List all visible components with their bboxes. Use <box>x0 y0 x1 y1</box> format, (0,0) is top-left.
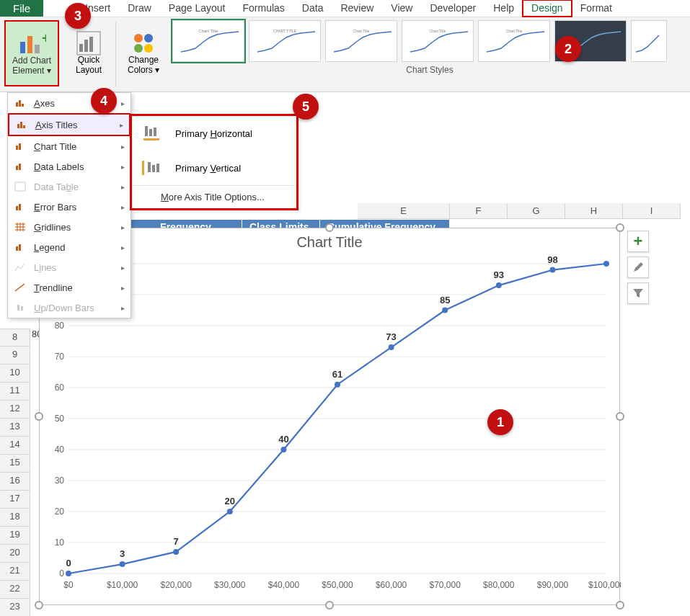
menu-data-labels[interactable]: Data Labels▸ <box>8 156 131 177</box>
callout-4: 4 <box>91 88 117 114</box>
menu-trendline[interactable]: Trendline▸ <box>8 277 131 298</box>
row-header-17[interactable]: 17 <box>0 491 30 509</box>
menu-chart-title[interactable]: Chart Title▸ <box>8 136 131 156</box>
resize-handle[interactable] <box>35 601 43 610</box>
col-header-H[interactable]: H <box>565 203 623 219</box>
add-chart-element-button[interactable]: + Add Chart Element ▾ <box>4 20 59 86</box>
chevron-right-icon: ▸ <box>121 99 125 107</box>
svg-text:93: 93 <box>494 269 504 280</box>
col-header-F[interactable]: F <box>450 203 508 219</box>
row-header-12[interactable]: 12 <box>0 401 30 419</box>
menu-legend[interactable]: Legend▸ <box>8 237 131 257</box>
row-header-11[interactable]: 11 <box>0 383 30 401</box>
submenu-primary-horizontal[interactable]: Primary Horizontal <box>132 116 296 151</box>
svg-text:73: 73 <box>386 331 396 342</box>
svg-rect-22 <box>23 125 25 128</box>
row-header-20[interactable]: 20 <box>0 545 30 563</box>
tab-file[interactable]: File <box>0 0 43 17</box>
svg-point-82 <box>549 267 555 273</box>
svg-rect-28 <box>16 206 18 210</box>
row-header-15[interactable]: 15 <box>0 455 30 473</box>
svg-rect-0 <box>20 42 25 53</box>
resize-handle[interactable] <box>325 601 334 610</box>
resize-handle[interactable] <box>35 412 43 421</box>
resize-handle[interactable] <box>616 412 624 421</box>
add-chart-element-label: Add Chart Element ▾ <box>8 56 56 76</box>
change-colors-button[interactable]: Change Colors ▾ <box>122 20 165 86</box>
svg-rect-2 <box>35 45 40 53</box>
menu-error-bars[interactable]: Error Bars▸ <box>8 197 131 217</box>
svg-text:$0: $0 <box>63 580 74 590</box>
resize-handle[interactable] <box>616 601 624 610</box>
menu-axis-titles[interactable]: Axis Titles▸ <box>8 113 131 136</box>
row-header-8[interactable]: 8 <box>0 329 30 347</box>
svg-point-8 <box>134 34 143 43</box>
chart-filters-button[interactable] <box>627 282 649 304</box>
submenu-primary-vertical-label: Primary Vertical <box>175 163 241 174</box>
tab-view[interactable]: View <box>382 0 421 17</box>
tab-developer[interactable]: Developer <box>421 0 485 17</box>
svg-point-11 <box>144 44 153 53</box>
svg-rect-23 <box>16 146 18 150</box>
submenu-more-options[interactable]: More Axis Title Options... <box>132 186 296 208</box>
svg-rect-35 <box>149 129 152 136</box>
row-header-19[interactable]: 19 <box>0 527 30 545</box>
row-header-10[interactable]: 10 <box>0 365 30 383</box>
tab-formulas[interactable]: Formulas <box>234 0 293 17</box>
svg-point-68 <box>173 549 179 555</box>
chart-style-5[interactable]: Chart Title <box>478 20 550 62</box>
axes-icon <box>14 97 27 109</box>
chart-side-buttons: + <box>627 231 649 304</box>
quick-layout-button[interactable]: Quick Layout <box>68 20 110 86</box>
resize-handle[interactable] <box>325 223 334 232</box>
svg-point-64 <box>66 571 71 576</box>
tab-review[interactable]: Review <box>332 0 382 17</box>
tab-data[interactable]: Data <box>293 0 332 17</box>
chart-styles-group-label: Chart Styles <box>169 62 690 75</box>
submenu-primary-vertical[interactable]: Primary Vertical <box>132 151 296 185</box>
row-header-13[interactable]: 13 <box>0 419 30 437</box>
menu-gridlines[interactable]: Gridlines▸ <box>8 217 131 237</box>
callout-5: 5 <box>293 94 319 120</box>
row-header-22[interactable]: 22 <box>0 581 30 599</box>
col-header-E[interactable]: E <box>358 203 450 219</box>
chart-style-7[interactable] <box>631 20 667 62</box>
tab-help[interactable]: Help <box>485 0 523 17</box>
svg-text:20: 20 <box>55 506 65 517</box>
svg-text:70: 70 <box>55 352 65 362</box>
callout-1: 1 <box>487 409 513 435</box>
svg-point-72 <box>280 447 286 452</box>
row-header-14[interactable]: 14 <box>0 437 30 455</box>
chart-style-4[interactable]: Chart Title <box>402 20 474 62</box>
svg-text:0: 0 <box>59 568 64 579</box>
svg-rect-24 <box>19 143 21 150</box>
row-header-16[interactable]: 16 <box>0 473 30 491</box>
row-header-23[interactable]: 23 <box>0 599 30 616</box>
chart-elements-button[interactable]: + <box>627 231 649 252</box>
svg-text:$30,000: $30,000 <box>214 580 246 590</box>
svg-text:Chart Title: Chart Title <box>506 29 523 33</box>
chart-style-1[interactable]: Chart Title <box>172 20 244 62</box>
tab-design[interactable]: Design <box>523 0 572 17</box>
svg-rect-25 <box>16 166 18 170</box>
data-labels-icon <box>14 161 27 172</box>
tab-page-layout[interactable]: Page Layout <box>160 0 234 17</box>
svg-text:$20,000: $20,000 <box>161 580 193 590</box>
col-header-I[interactable]: I <box>623 203 681 219</box>
row-header-18[interactable]: 18 <box>0 509 30 527</box>
chart-style-3[interactable]: Chart Title <box>325 20 397 62</box>
chart-styles-button[interactable] <box>627 256 649 278</box>
tab-format[interactable]: Format <box>572 0 621 17</box>
chart-styles-gallery[interactable]: Chart Title CHART TITLE Chart Title Char… <box>169 17 690 62</box>
tab-draw[interactable]: Draw <box>119 0 160 17</box>
col-header-G[interactable]: G <box>508 203 565 219</box>
funnel-icon <box>632 287 645 300</box>
row-header-9[interactable]: 9 <box>0 347 30 365</box>
svg-point-78 <box>442 308 448 313</box>
svg-rect-30 <box>16 246 18 251</box>
svg-text:$10,000: $10,000 <box>107 580 138 590</box>
chart-style-2[interactable]: CHART TITLE <box>249 20 321 62</box>
resize-handle[interactable] <box>616 223 624 232</box>
svg-text:$100,000: $100,000 <box>588 580 621 590</box>
row-header-21[interactable]: 21 <box>0 563 30 581</box>
